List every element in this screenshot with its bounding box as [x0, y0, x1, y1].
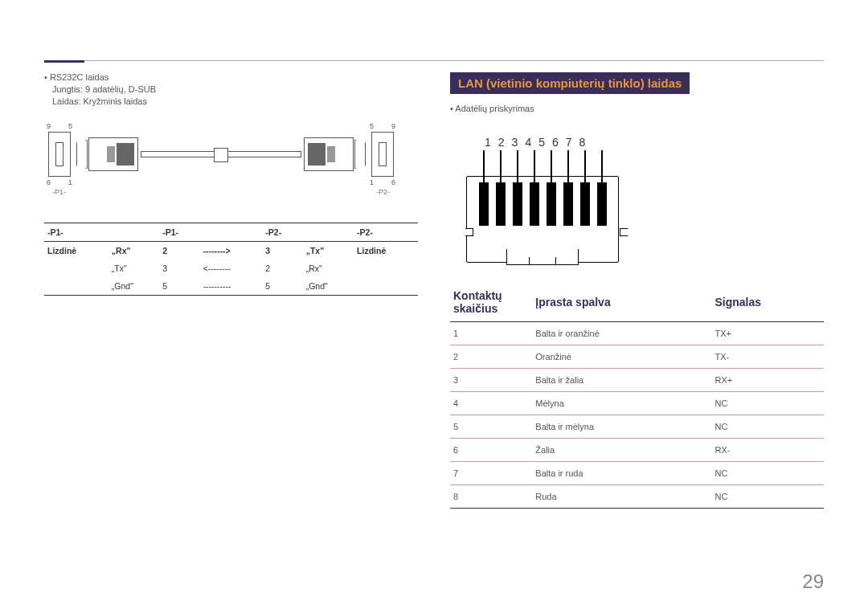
rj45-pin-numbers: 1 2 3 4 5 6 7 8 — [485, 136, 585, 149]
table-row: 3Balta ir žaliaRX+ — [450, 369, 824, 392]
lan-header: LAN (vietinio kompiuterių tinklo) laidas — [450, 72, 690, 94]
rs232-diagram: 9 5 6 1 5 9 1 6 -P1- -P2- — [44, 122, 398, 202]
table-row: 4MėlynaNC — [450, 392, 824, 415]
table-row: 1Balta ir oranžinėTX+ — [450, 322, 824, 345]
right-column: LAN (vietinio kompiuterių tinklo) laidas… — [450, 72, 824, 509]
rs232-connector-right — [304, 137, 354, 171]
lan-bullet: Adatėlių priskyrimas — [450, 104, 824, 113]
header-accent — [44, 60, 84, 63]
table-row: „Tx" 3 <-------- 2 „Rx" — [44, 260, 418, 277]
rs232-trap-r — [354, 140, 366, 169]
rj45-diagram: 1 2 3 4 5 6 7 8 — [466, 136, 627, 264]
bullet-sub2: Laidas: Kryžminis laidas — [52, 96, 418, 106]
table-row: 8RudaNC — [450, 485, 824, 509]
table-row: 7Balta ir rudaNC — [450, 462, 824, 485]
rs232-port-right — [371, 132, 394, 177]
pin-table-header-row: -P1- -P1- -P2- -P2- — [44, 223, 418, 242]
table-row: 2OranžinėTX- — [450, 345, 824, 369]
lan-pinout-table: Kontaktų skaičius Įprasta spalva Signala… — [450, 284, 824, 509]
page-number: 29 — [802, 570, 824, 593]
left-column: RS232C laidas Jungtis: 9 adatėlių, D-SUB… — [44, 72, 418, 509]
rs232-cable-clip — [214, 148, 228, 162]
table-row: 6ŽaliaRX- — [450, 439, 824, 462]
lan-table-header: Kontaktų skaičius Įprasta spalva Signala… — [450, 284, 824, 322]
rs232-connector-left — [88, 137, 138, 171]
table-row: Lizdinė „Rx" 2 --------> 3 „Tx" Lizdinė — [44, 242, 418, 260]
content-columns: RS232C laidas Jungtis: 9 adatėlių, D-SUB… — [44, 72, 824, 509]
bullet-main: RS232C laidas — [44, 72, 418, 82]
bullet-sub1: Jungtis: 9 adatėlių, D-SUB — [52, 84, 418, 94]
rs232-port-left — [48, 132, 71, 177]
table-row: „Gnd" 5 ---------- 5 „Gnd" — [44, 277, 418, 296]
rs232-trap-l — [76, 140, 88, 169]
rj45-pins — [479, 182, 607, 226]
rs232-pin-table: -P1- -P1- -P2- -P2- Lizdinė „Rx" 2 -----… — [44, 223, 418, 296]
table-row: 5Balta ir mėlynaNC — [450, 415, 824, 439]
header-divider — [44, 60, 824, 61]
rs232-info: RS232C laidas Jungtis: 9 adatėlių, D-SUB… — [44, 72, 418, 106]
